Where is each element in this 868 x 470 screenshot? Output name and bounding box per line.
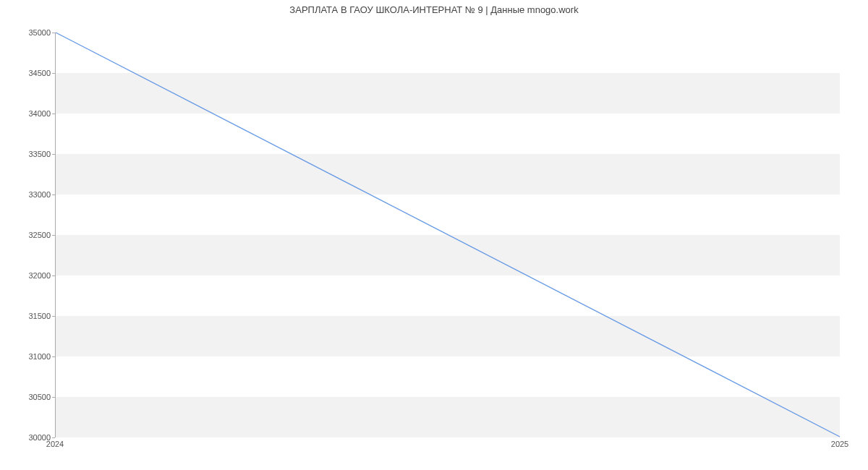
y-tick-mark: [52, 235, 55, 236]
y-tick-label: 32000: [28, 271, 51, 280]
chart-title: ЗАРПЛАТА В ГАОУ ШКОЛА-ИНТЕРНАТ № 9 | Дан…: [0, 4, 868, 15]
y-tick-label: 34000: [28, 109, 51, 118]
y-tick-mark: [52, 275, 55, 276]
line-series: [56, 33, 840, 437]
y-tick-label: 33500: [28, 150, 51, 158]
y-tick-mark: [52, 437, 55, 438]
y-tick-mark: [52, 316, 55, 317]
y-tick-mark: [52, 397, 55, 398]
x-tick-label: 2025: [831, 440, 848, 448]
y-tick-label: 31500: [28, 312, 51, 320]
y-tick-mark: [52, 114, 55, 114]
y-tick-mark: [52, 356, 55, 357]
y-tick-label: 34500: [28, 69, 51, 77]
y-tick-mark: [52, 73, 55, 74]
y-tick-mark: [52, 33, 55, 33]
plot-area: [55, 33, 840, 437]
y-tick-label: 35000: [28, 28, 51, 37]
y-tick-label: 33000: [28, 190, 51, 199]
y-tick-label: 32500: [28, 231, 51, 239]
y-tick-mark: [52, 195, 55, 195]
x-tick-label: 2024: [46, 440, 64, 448]
data-line: [56, 33, 840, 437]
chart-container: ЗАРПЛАТА В ГАОУ ШКОЛА-ИНТЕРНАТ № 9 | Дан…: [0, 0, 868, 470]
y-tick-label: 30500: [28, 393, 51, 401]
y-tick-mark: [52, 154, 55, 155]
y-tick-label: 31000: [28, 352, 51, 361]
